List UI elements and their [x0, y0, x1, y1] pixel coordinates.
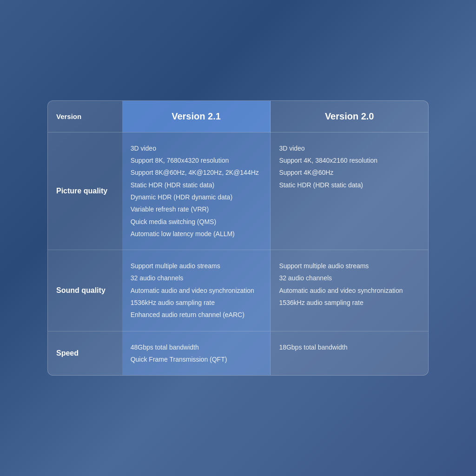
feature-item: Support multiple audio streams — [279, 261, 420, 271]
row-v20-2: 18Gbps total bandwidth — [271, 331, 428, 375]
feature-item: Support 4K@60Hz — [279, 168, 420, 177]
row-label-1: Sound quality — [48, 250, 122, 331]
feature-item: Quick media switching (QMS) — [131, 217, 262, 226]
feature-item: 18Gbps total bandwidth — [279, 343, 420, 352]
feature-item: 3D video — [131, 144, 262, 153]
table-row: Sound qualitySupport multiple audio stre… — [48, 250, 428, 331]
header-version-label: Version — [48, 101, 122, 132]
comparison-table: Version Version 2.1 Version 2.0 Picture … — [48, 101, 428, 375]
feature-item: Automatic audio and video synchronizatio… — [279, 286, 420, 295]
feature-item: 32 audio channels — [131, 273, 262, 283]
row-label-0: Picture quality — [48, 132, 122, 250]
feature-item: Dynamic HDR (HDR dynamic data) — [131, 192, 262, 202]
feature-item: 32 audio channels — [279, 273, 420, 283]
feature-item: Enhanced audio return channel (eARC) — [131, 310, 262, 319]
row-v20-1: Support multiple audio streams32 audio c… — [271, 250, 428, 331]
feature-item: 48Gbps total bandwidth — [131, 343, 262, 352]
feature-item: Quick Frame Transmission (QFT) — [131, 355, 262, 364]
feature-item: Support 8K@60Hz, 4K@120Hz, 2K@144Hz — [131, 168, 262, 177]
feature-item: Support 8K, 7680x4320 resolution — [131, 156, 262, 165]
feature-item: Static HDR (HDR static data) — [279, 180, 420, 190]
row-v20-0: 3D videoSupport 4K, 3840x2160 resolution… — [271, 132, 428, 250]
table-row: Picture quality3D videoSupport 8K, 7680x… — [48, 132, 428, 250]
feature-item: Support multiple audio streams — [131, 261, 262, 271]
header-version-20: Version 2.0 — [271, 101, 428, 132]
row-label-2: Speed — [48, 331, 122, 375]
header-version-21: Version 2.1 — [122, 101, 271, 132]
feature-item: Support 4K, 3840x2160 resolution — [279, 156, 420, 165]
feature-item: Static HDR (HDR static data) — [131, 180, 262, 190]
feature-item: 3D video — [279, 144, 420, 153]
feature-item: 1536kHz audio sampling rate — [279, 298, 420, 307]
row-v21-2: 48Gbps total bandwidthQuick Frame Transm… — [122, 331, 271, 375]
feature-item: 1536kHz audio sampling rate — [131, 298, 262, 307]
table-row: Speed48Gbps total bandwidthQuick Frame T… — [48, 331, 428, 375]
row-v21-0: 3D videoSupport 8K, 7680x4320 resolution… — [122, 132, 271, 250]
comparison-table-container: Version Version 2.1 Version 2.0 Picture … — [47, 100, 429, 376]
feature-item: Automatic low latency mode (ALLM) — [131, 229, 262, 238]
row-v21-1: Support multiple audio streams32 audio c… — [122, 250, 271, 331]
feature-item: Automatic audio and video synchronizatio… — [131, 286, 262, 295]
feature-item: Variable refresh rate (VRR) — [131, 205, 262, 214]
